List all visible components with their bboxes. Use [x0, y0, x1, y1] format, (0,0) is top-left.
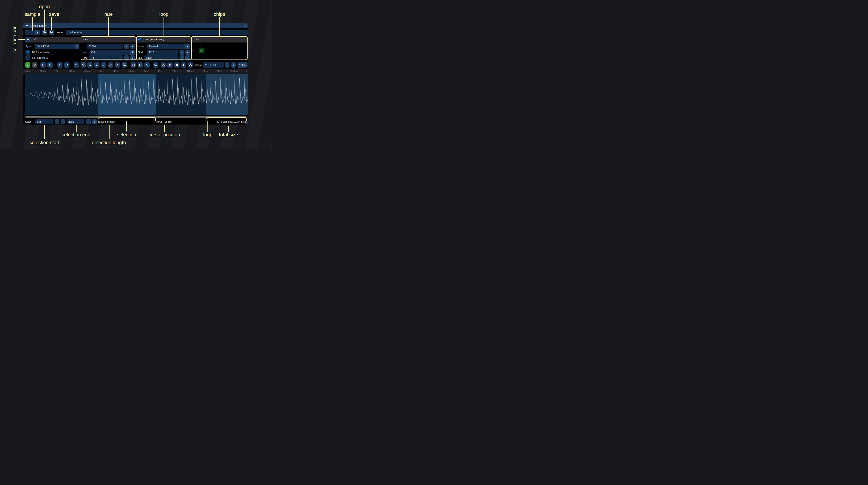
sample-select[interactable]: 6: [25, 30, 40, 35]
signed-unsigned-button[interactable]: [145, 62, 150, 68]
normalize-button[interactable]: [81, 62, 86, 68]
waveform-display[interactable]: [25, 74, 248, 115]
preview-selection-button[interactable]: [174, 62, 180, 68]
name-input[interactable]: Clarinet DQV: [66, 30, 248, 35]
fine-label: Fine: [83, 57, 88, 59]
chip-column-label: 1: [199, 45, 201, 47]
undo-button[interactable]: [57, 62, 62, 68]
reverse-button[interactable]: [131, 62, 136, 68]
chip-row-label: A: [193, 50, 194, 52]
ruler-tick: 40ms: [84, 70, 90, 72]
selection-end-plus-button[interactable]: +: [92, 119, 97, 124]
amplify-button[interactable]: [73, 62, 79, 68]
loop-mode-value: Forward: [149, 45, 158, 48]
selection-start-input[interactable]: 1654: [35, 119, 53, 124]
note-select[interactable]: C-7: [90, 50, 135, 55]
sample-editor-window: Sample Editor 6 Name Clarinet DQV Info T…: [23, 23, 248, 125]
preview-selection-icon: [175, 63, 179, 67]
waveform-scrollbar-handle[interactable]: [25, 116, 246, 118]
fine-input[interactable]: -11: [89, 55, 123, 61]
make-instrument-from-sample-button[interactable]: [188, 62, 193, 68]
ruler-tick: 120ms: [202, 70, 208, 72]
ruler-tick: 110ms: [187, 70, 193, 72]
preview-sample-button[interactable]: [167, 62, 173, 68]
fade-in-button[interactable]: [87, 62, 93, 68]
trim-button[interactable]: [122, 62, 127, 68]
redo-icon: [65, 63, 69, 67]
note-select-value: C-7: [91, 51, 95, 54]
resample-button[interactable]: [48, 62, 53, 68]
loop-end-input[interactable]: 5072: [145, 55, 179, 61]
amplify-icon: [75, 63, 78, 67]
floppy-save-icon: [50, 31, 53, 34]
hz-input[interactable]: 33286: [87, 44, 123, 49]
delete-button[interactable]: [115, 62, 120, 68]
fine-plus-button[interactable]: +: [130, 55, 135, 61]
ruler-tick: 90ms: [157, 70, 163, 72]
apply-filter-button[interactable]: [153, 62, 158, 68]
crossfade-loop-points-button[interactable]: [161, 62, 166, 68]
select-label: Select: [25, 120, 32, 123]
ruler-tick: 20ms: [55, 70, 60, 72]
save-button[interactable]: [49, 30, 54, 35]
chevron-down-icon: [185, 44, 190, 49]
waveform-scrollbar-track[interactable]: [25, 116, 248, 118]
zoom-in-button[interactable]: +: [231, 62, 236, 68]
edit-mode-draw-button[interactable]: [32, 62, 37, 68]
reverse-icon: [132, 63, 135, 67]
chevron-down-icon: [130, 50, 135, 55]
zoom-label: Zoom: [195, 64, 202, 66]
insert-silence-button[interactable]: [101, 62, 106, 68]
chevron-down-icon: [35, 30, 40, 35]
window-resize-grip[interactable]: [245, 121, 248, 124]
edit-mode-select-button[interactable]: [25, 62, 30, 68]
loop-mode-select[interactable]: Forward: [147, 44, 190, 49]
loop-start-input[interactable]: 4112: [147, 50, 179, 55]
zoom-out-button[interactable]: -: [225, 62, 229, 68]
loop-end-minus-button[interactable]: -: [180, 55, 184, 61]
info-panel-header: Info: [25, 37, 81, 42]
loop-start-minus-button[interactable]: -: [180, 50, 184, 55]
loop-start-plus-button[interactable]: +: [185, 50, 190, 55]
collapse-bar-button[interactable]: [25, 37, 31, 42]
check-icon: [200, 48, 204, 53]
normalize-icon: [82, 63, 85, 67]
close-icon: [243, 24, 247, 28]
selection-end-input[interactable]: 2983: [67, 119, 84, 124]
chip-a-checkbox[interactable]: [199, 48, 205, 54]
total-size-text: 5072 samples, 10144 bytes: [216, 120, 247, 123]
selection-start-minus-button[interactable]: -: [55, 119, 59, 124]
apply-silence-button[interactable]: [108, 62, 113, 68]
redo-button[interactable]: [64, 62, 69, 68]
brr-emphasis-checkbox[interactable]: [25, 50, 30, 55]
zoom-reset-button[interactable]: 100%: [238, 62, 248, 68]
type-select-value: 16-bit PCM: [36, 45, 49, 48]
resize-button[interactable]: [40, 62, 45, 68]
folder-open-icon: [43, 31, 46, 34]
invert-button[interactable]: [138, 62, 143, 68]
selection-end-minus-button[interactable]: -: [86, 119, 91, 124]
chevron-up-icon: [26, 38, 30, 42]
stop-preview-button[interactable]: [181, 62, 186, 68]
window-collapse-icon[interactable]: [26, 25, 28, 27]
open-button[interactable]: [42, 30, 47, 35]
type-select[interactable]: 16-bit PCM: [35, 44, 79, 49]
time-ruler[interactable]: 0ms10ms20ms30ms40ms50ms60ms70ms80ms90ms1…: [24, 69, 248, 73]
no-brr-filters-checkbox[interactable]: [25, 55, 30, 61]
zoom-input[interactable]: 41.1672%: [203, 62, 224, 68]
ruler-tick: 80ms: [143, 70, 148, 72]
chips-panel-header: Chips: [191, 37, 248, 42]
ruler-tick: 150ms: [246, 70, 248, 72]
loop-end-plus-button[interactable]: +: [185, 55, 190, 61]
close-button[interactable]: [243, 24, 247, 28]
fade-out-icon: [95, 63, 99, 67]
loop-enable-checkbox[interactable]: [137, 37, 142, 42]
selection-start-plus-button[interactable]: +: [61, 119, 65, 124]
ibeam-icon: [26, 63, 30, 67]
fine-minus-button[interactable]: -: [124, 55, 129, 61]
hz-minus-button[interactable]: -: [124, 44, 129, 49]
titlebar[interactable]: Sample Editor: [24, 24, 248, 28]
hz-plus-button[interactable]: +: [130, 44, 135, 49]
sample-select-value: 6: [27, 31, 28, 34]
fade-out-button[interactable]: [94, 62, 99, 68]
